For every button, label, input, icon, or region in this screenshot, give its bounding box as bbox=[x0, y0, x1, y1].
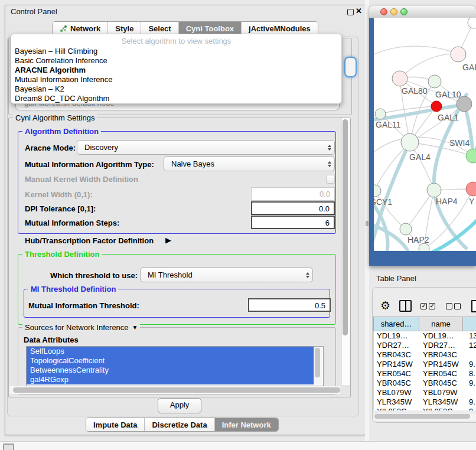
algorithm-option[interactable]: ARACNE Algorithm bbox=[11, 66, 341, 75]
cyni-settings-title: Cyni Algorithm Settings bbox=[13, 113, 97, 122]
tab-discretize-data[interactable]: Discretize Data bbox=[144, 418, 214, 431]
table-row[interactable]: YIL053CYIL053C9. bbox=[374, 407, 476, 410]
table-row[interactable]: YBL079WYBL079W bbox=[374, 388, 476, 397]
tab-select[interactable]: Select bbox=[141, 22, 178, 35]
table-row[interactable]: YPR145WYPR145W9. bbox=[374, 360, 476, 369]
columns-icon[interactable] bbox=[399, 300, 412, 312]
chevron-down-icon: ▼ bbox=[132, 324, 138, 331]
table-cell: YLR345W bbox=[374, 397, 420, 407]
tab-label: Select bbox=[148, 24, 171, 33]
node-label: HAP4 bbox=[436, 197, 458, 206]
table-row[interactable]: YDR27…YDR27…12 bbox=[374, 341, 476, 350]
data-attribute-item[interactable]: BetweennessCentrality bbox=[27, 366, 317, 375]
tab-jactivemnodules[interactable]: jActiveMNodules bbox=[241, 22, 318, 35]
network-node-gal11[interactable] bbox=[375, 109, 386, 119]
table-horizontal-scrollbar-thumb[interactable] bbox=[374, 414, 470, 419]
tab-impute-data[interactable]: Impute Data bbox=[86, 418, 144, 431]
hub-definition-label[interactable]: Hub/Transcription Factor Definition bbox=[25, 236, 154, 245]
table-cell: YPR145W bbox=[420, 360, 464, 369]
node-label: GAL80 bbox=[402, 86, 428, 96]
node-table: shared…name YDL19…YDL19…13YDR27…YDR27…12… bbox=[373, 317, 476, 410]
data-attributes-list[interactable]: SelfLoopsTopologicalCoefficientBetweenne… bbox=[26, 346, 324, 386]
tab-label: Discretize Data bbox=[152, 420, 207, 429]
data-attribute-item[interactable]: SelfLoops bbox=[27, 347, 317, 356]
table-panel-title: Table Panel bbox=[376, 274, 416, 283]
network-node-gal1[interactable] bbox=[431, 101, 442, 112]
network-canvas[interactable]: GALGAL80GAL10GAL1GAL11GAL4SWI4GCY1HAP4YH… bbox=[374, 18, 476, 251]
status-bar bbox=[0, 441, 476, 450]
mi-algorithm-type-select[interactable]: Naive Bayes bbox=[164, 156, 335, 171]
algorithm-option[interactable]: Mutual Information Inference bbox=[11, 75, 341, 84]
tab-label: Style bbox=[115, 24, 133, 33]
divider-handle[interactable] bbox=[366, 221, 369, 226]
network-node-y[interactable] bbox=[466, 182, 476, 196]
mi-algorithm-type-value: Naive Bayes bbox=[171, 159, 214, 168]
which-threshold-select[interactable]: MI Threshold bbox=[140, 268, 313, 282]
apply-button[interactable]: Apply bbox=[158, 398, 201, 413]
algorithm-option[interactable]: Bayesian – K2 bbox=[11, 84, 341, 94]
node-label: GAL10 bbox=[435, 90, 461, 99]
algorithm-option[interactable]: Dream8 DC_TDC Algorithm bbox=[11, 94, 341, 103]
sources-title[interactable]: Sources for Network Inference▼ bbox=[22, 323, 140, 332]
aracne-mode-value: Discovery bbox=[84, 143, 118, 152]
network-node-gal4[interactable] bbox=[401, 133, 419, 151]
table-row[interactable]: YLR345WYLR345W9. bbox=[374, 397, 476, 407]
network-node-hap2[interactable] bbox=[400, 223, 412, 235]
settings-vertical-scrollbar-thumb[interactable] bbox=[343, 119, 348, 335]
table-cell: YLR345W bbox=[420, 397, 464, 407]
algorithm-option[interactable]: Basic Correlation Inference bbox=[11, 56, 341, 66]
status-bar-icon[interactable] bbox=[3, 444, 14, 450]
table-row[interactable]: YBR045CYBR045C9. bbox=[374, 379, 476, 388]
network-graph bbox=[374, 18, 476, 251]
network-node-gal10[interactable] bbox=[428, 75, 441, 88]
network-node-gal80[interactable] bbox=[392, 71, 407, 86]
minimize-window-icon[interactable] bbox=[390, 8, 397, 15]
document-icon[interactable] bbox=[471, 300, 476, 312]
network-node[interactable] bbox=[468, 18, 476, 28]
network-node-swi4[interactable] bbox=[466, 149, 476, 163]
column-header[interactable]: name bbox=[419, 317, 463, 331]
mi-steps-label: Mutual Information Steps: bbox=[25, 219, 119, 227]
aracne-mode-label: Aracne Mode: bbox=[25, 144, 76, 152]
table-row[interactable]: YBR043CYBR043C bbox=[374, 350, 476, 360]
close-window-icon[interactable] bbox=[380, 8, 387, 15]
tab-infer-network[interactable]: Infer Network bbox=[214, 418, 278, 431]
table-cell: YIL053C bbox=[374, 407, 420, 410]
float-icon[interactable] bbox=[347, 9, 354, 15]
data-attribute-item[interactable]: gal4RGexp bbox=[27, 375, 317, 384]
table-row[interactable]: YER054CYER054C8. bbox=[374, 369, 476, 379]
tab-label: Network bbox=[70, 24, 100, 33]
focused-combo-fragment[interactable] bbox=[344, 57, 357, 77]
expand-right-icon[interactable]: ▶ bbox=[165, 236, 171, 244]
zoom-window-icon[interactable] bbox=[400, 8, 407, 15]
gear-icon[interactable]: ⚙ bbox=[380, 300, 390, 312]
data-attribute-item[interactable]: TopologicalCoefficient bbox=[27, 356, 317, 366]
checked-boxes-icon[interactable]: ✓✓ bbox=[420, 303, 437, 309]
unchecked-boxes-icon[interactable] bbox=[446, 303, 462, 309]
table-cell bbox=[464, 388, 476, 397]
mi-steps-field[interactable]: 6 bbox=[251, 216, 335, 229]
sources-title-text: Sources for Network Inference bbox=[25, 323, 129, 332]
mi-threshold-group-title: MI Threshold Definition bbox=[28, 285, 118, 294]
mi-threshold-field[interactable]: 0.5 bbox=[248, 298, 331, 312]
tab-style[interactable]: Style bbox=[107, 22, 141, 35]
table-cell: YBR043C bbox=[420, 350, 464, 360]
settings-horizontal-scrollbar-thumb[interactable] bbox=[13, 387, 340, 393]
network-node-gcy1[interactable] bbox=[374, 185, 381, 197]
column-header[interactable] bbox=[463, 317, 476, 331]
kernel-width-field[interactable]: 0.0 bbox=[251, 187, 335, 201]
manual-kernel-width-checkbox[interactable] bbox=[326, 175, 335, 184]
algorithm-option[interactable]: Bayesian – Hill Climbing bbox=[11, 47, 341, 56]
close-icon[interactable]: ✕ bbox=[356, 6, 362, 15]
table-toolbar: ⚙✓✓ bbox=[380, 299, 476, 313]
network-node-gal[interactable] bbox=[451, 47, 466, 62]
column-header[interactable]: shared… bbox=[373, 317, 419, 331]
tab-cyni-toolbox[interactable]: Cyni Toolbox bbox=[178, 22, 241, 35]
dpi-tolerance-field[interactable]: 0.0 bbox=[251, 201, 335, 215]
aracne-mode-select[interactable]: Discovery bbox=[77, 140, 335, 155]
tab-network[interactable]: Network bbox=[53, 22, 107, 35]
network-node-hap4[interactable] bbox=[427, 183, 441, 197]
algorithm-dropdown-items: Bayesian – Hill ClimbingBasic Correlatio… bbox=[11, 47, 341, 103]
table-row[interactable]: YDL19…YDL19…13 bbox=[374, 331, 476, 341]
attribute-list-scrollbar-thumb[interactable] bbox=[315, 348, 320, 377]
